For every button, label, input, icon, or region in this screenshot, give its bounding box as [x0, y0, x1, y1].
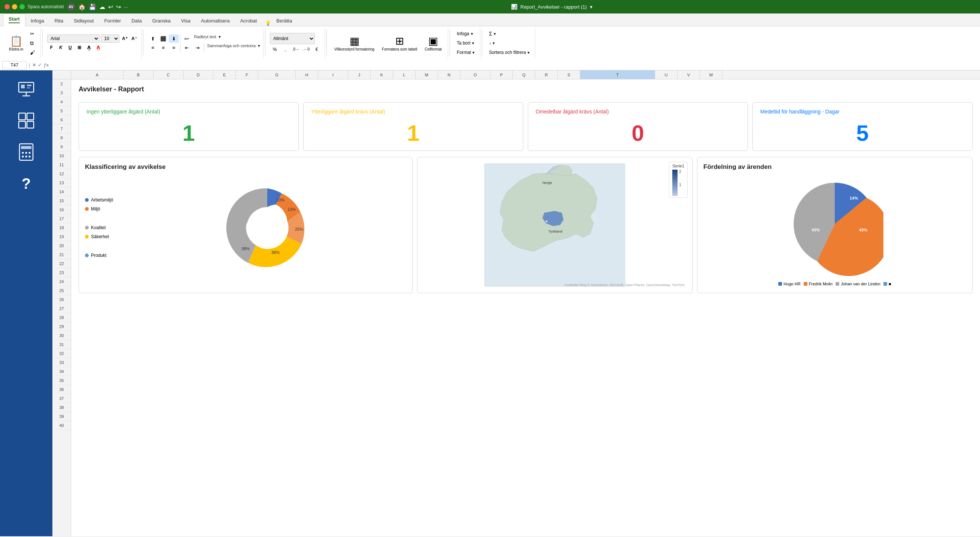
wrap-dropdown-icon[interactable]: ▾: [219, 35, 221, 43]
indent-dec-button[interactable]: ⇤: [182, 43, 192, 52]
maximize-button[interactable]: [19, 4, 25, 10]
align-bottom-button[interactable]: ⬇: [169, 35, 178, 43]
col-header-d: D: [183, 70, 213, 79]
fill-button[interactable]: ↓ ▾: [487, 38, 532, 48]
copy-button[interactable]: ⧉: [28, 38, 37, 48]
legend-item-3: Säkerhet: [85, 234, 123, 239]
cell-styles-icon: ▣: [428, 35, 438, 47]
tab-visa[interactable]: Visa: [176, 16, 196, 26]
main-content-area[interactable]: Avvikelser - Rapport Ingen ytterliggare …: [71, 80, 980, 536]
paste-button[interactable]: 📋 Klistra in: [6, 29, 26, 58]
comma-button[interactable]: ,: [280, 45, 290, 54]
donut-chart-title: Klassificering av avvikelse: [85, 163, 406, 171]
sort-dropdown-icon: ▾: [527, 50, 530, 55]
dropdown-icon[interactable]: ▾: [590, 4, 593, 10]
tab-rita[interactable]: Rita: [49, 16, 68, 26]
tab-start[interactable]: Start: [3, 13, 25, 26]
tab-granska[interactable]: Granska: [147, 16, 176, 26]
wrap-text-button[interactable]: ≡↵: [182, 35, 192, 43]
grid-body: 2 3 4 5 6 7 8 9 10 11 12 13 14 15 16 17 …: [52, 80, 980, 536]
close-button[interactable]: [5, 4, 10, 10]
undo-icon[interactable]: ↩: [108, 3, 113, 11]
more-icon[interactable]: ···: [124, 4, 128, 10]
font-increase-button[interactable]: A⁺: [121, 35, 129, 43]
ribbon-tabs: Start Infoga Rita Sidlayout Formler Data…: [0, 13, 980, 26]
row-header-12: 12: [52, 169, 71, 178]
font-family-select[interactable]: Arial: [47, 35, 100, 43]
save-auto-label: Spara automatiskt: [28, 4, 64, 10]
donut-hole: [247, 207, 288, 248]
formula-input[interactable]: [50, 62, 978, 68]
dec-increase-button[interactable]: .0→: [291, 45, 301, 54]
align-right-button[interactable]: ≡: [169, 43, 178, 52]
font-decrease-button[interactable]: A⁻: [130, 35, 138, 43]
sum-button[interactable]: Σ ▾: [487, 29, 532, 38]
col-header-r: R: [535, 70, 558, 79]
cell-reference-input[interactable]: [2, 61, 27, 69]
map-credits-text: Använder Bing © GeoNames, Microsoft, Ope…: [564, 283, 685, 287]
col-header-b: B: [124, 70, 153, 79]
pct-label-4: 38%: [242, 246, 250, 251]
pie-legend-3: ■: [883, 282, 891, 286]
format-painter-button[interactable]: 🖌: [28, 48, 37, 57]
align-top-button[interactable]: ⬆: [148, 35, 158, 43]
percent-button[interactable]: %: [270, 45, 280, 54]
kpi-label-2: Omedelbar åtgärd krävs (Antal): [536, 108, 740, 115]
merge-dropdown-icon[interactable]: ▾: [258, 43, 260, 52]
tab-sidlayout[interactable]: Sidlayout: [68, 16, 99, 26]
wrap-text-label-text[interactable]: Radbryt text: [192, 35, 218, 43]
tab-infoga[interactable]: Infoga: [25, 16, 49, 26]
font-color-button[interactable]: A̲: [94, 43, 102, 52]
legend-dot-0: [85, 198, 89, 202]
formula-icons: ✕ ✓ ƒx: [32, 62, 49, 68]
save-icon[interactable]: 💾: [89, 3, 96, 11]
sidebar-presentation-icon[interactable]: [15, 78, 37, 100]
underline-button[interactable]: U: [66, 43, 74, 52]
tab-beratta[interactable]: Berätta: [271, 16, 297, 26]
number-format-select[interactable]: Allmänt: [270, 33, 315, 44]
merge-label-text[interactable]: Sammanfoga och centrera: [205, 43, 257, 52]
kpi-label-3: Medeltid för handläggning - Dagar: [760, 108, 965, 115]
format-cell-button[interactable]: Format ▾: [455, 48, 477, 57]
pie-chart-card: Fördelning av ärenden: [697, 157, 972, 293]
align-left-button[interactable]: ≡: [148, 43, 158, 52]
tab-acrobat[interactable]: Acrobat: [235, 16, 262, 26]
row-header-18: 18: [52, 223, 71, 232]
sidebar-grid-icon[interactable]: [15, 109, 37, 132]
align-middle-button[interactable]: ⬛: [158, 35, 168, 43]
home-icon[interactable]: 🏠: [78, 3, 86, 11]
row-header-16: 16: [52, 205, 71, 214]
tab-automatisera[interactable]: Automatisera: [196, 16, 235, 26]
tab-data[interactable]: Data: [126, 16, 147, 26]
col-header-c: C: [153, 70, 183, 79]
row-header-4: 4: [52, 97, 71, 106]
italic-button[interactable]: K: [57, 43, 65, 52]
indent-inc-button[interactable]: ⇥: [192, 43, 202, 52]
borders-button[interactable]: ⊞: [75, 43, 83, 52]
conditional-format-button[interactable]: ▦ Villkorsstyrd formatering: [331, 29, 377, 58]
fill-color-button[interactable]: A̲: [84, 43, 93, 52]
row-header-34: 34: [52, 367, 71, 376]
sidebar-help-icon[interactable]: ?: [15, 172, 37, 195]
tab-formler[interactable]: Formler: [99, 16, 126, 26]
redo-icon[interactable]: ↪: [116, 3, 121, 11]
currency-button[interactable]: €: [312, 45, 321, 54]
format-as-table-button[interactable]: ⊞ Formatera som tabell: [379, 29, 420, 58]
cell-styles-button[interactable]: ▣ Cellformat: [422, 29, 445, 58]
confirm-formula-icon[interactable]: ✓: [38, 62, 42, 68]
font-size-select[interactable]: 10: [101, 35, 119, 43]
cloud-icon[interactable]: ☁: [99, 3, 105, 11]
paste-label: Klistra in: [9, 47, 23, 51]
insert-cell-button[interactable]: Infoga ▾: [455, 29, 477, 38]
wrap-text-label: ≡↵: [184, 37, 189, 41]
minimize-button[interactable]: [12, 4, 17, 10]
insert-function-icon[interactable]: ƒx: [43, 62, 49, 68]
cancel-formula-icon[interactable]: ✕: [32, 62, 36, 68]
cut-button[interactable]: ✂: [28, 29, 37, 38]
align-center-button[interactable]: ≡: [158, 43, 168, 52]
sidebar-calculator-icon[interactable]: [15, 141, 37, 163]
sort-filter-button[interactable]: Sortera och filtrera ▾: [487, 48, 532, 57]
bold-button[interactable]: F: [47, 43, 56, 52]
delete-cell-button[interactable]: Ta bort ▾: [455, 38, 477, 48]
dec-decrease-button[interactable]: .←0: [301, 45, 311, 54]
